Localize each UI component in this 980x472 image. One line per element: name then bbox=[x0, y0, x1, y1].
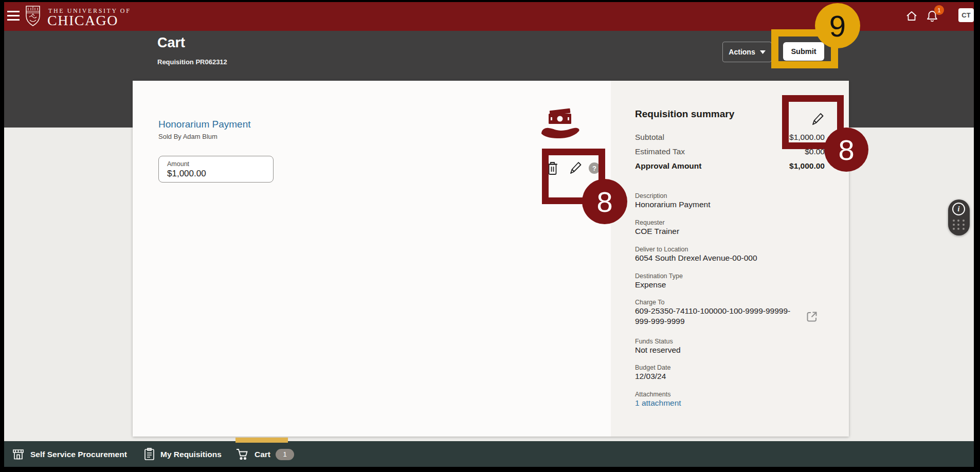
nav-self-service-procurement[interactable]: Self Service Procurement bbox=[11, 447, 127, 461]
item-title-link[interactable]: Honorarium Payment bbox=[158, 119, 251, 130]
logo-text-main[interactable]: CHICAGO bbox=[47, 12, 118, 29]
external-link-icon[interactable] bbox=[805, 310, 819, 323]
frame-top bbox=[0, 0, 980, 2]
walkthrough-widget[interactable]: i bbox=[948, 199, 970, 235]
summary-field-attachments: Attachments 1 attachment bbox=[635, 391, 681, 408]
item-sold-by: Sold By Adam Blum bbox=[158, 133, 217, 140]
summary-field-budget-date: Budget Date 12/03/24 bbox=[635, 364, 671, 382]
annotation-circle-step8-item: 8 bbox=[582, 179, 627, 224]
annotation-circle-step8-summary: 8 bbox=[824, 128, 868, 172]
subtotal-label: Subtotal bbox=[635, 133, 664, 142]
annotation-circle-step9: 9 bbox=[815, 3, 860, 48]
hamburger-menu-icon[interactable] bbox=[7, 11, 20, 22]
page-title: Cart bbox=[157, 35, 185, 51]
bottom-nav-bar: Self Service Procurement My Requisitions… bbox=[4, 441, 974, 467]
amount-field-value: $1,000.00 bbox=[167, 169, 206, 179]
home-icon[interactable] bbox=[905, 9, 918, 23]
frame-bottom bbox=[0, 467, 980, 472]
money-in-hand-icon bbox=[540, 108, 582, 142]
uchicago-crest-icon bbox=[23, 5, 43, 28]
chevron-down-icon bbox=[760, 50, 766, 54]
approval-amount-label: Approval Amount bbox=[635, 161, 701, 171]
storefront-icon bbox=[11, 447, 25, 461]
actions-button-label: Actions bbox=[729, 48, 755, 56]
summary-field-funds-status: Funds Status Not reserved bbox=[635, 338, 681, 355]
summary-field-requester: Requester COE Trainer bbox=[635, 219, 679, 237]
screen: THE UNIVERSITY OF CHICAGO 1 CT Cart Requ… bbox=[0, 0, 980, 472]
summary-field-destination-type: Destination Type Expense bbox=[635, 273, 683, 290]
summary-field-deliver-to: Deliver to Location 6054 South Drexel Av… bbox=[635, 246, 757, 263]
requisitions-icon bbox=[143, 447, 155, 461]
actions-button[interactable]: Actions bbox=[722, 42, 772, 62]
summary-field-description: Description Honorarium Payment bbox=[635, 192, 710, 210]
cart-count-badge: 1 bbox=[276, 449, 294, 460]
frame-left bbox=[0, 0, 4, 472]
attachment-link[interactable]: 1 attachment bbox=[635, 398, 681, 408]
submit-button[interactable]: Submit bbox=[783, 42, 824, 61]
summary-title: Requisition summary bbox=[635, 108, 734, 120]
avatar[interactable]: CT bbox=[958, 8, 974, 22]
amount-field-label: Amount bbox=[167, 160, 189, 168]
submit-button-label: Submit bbox=[791, 47, 816, 56]
nav-my-requisitions[interactable]: My Requisitions bbox=[143, 447, 222, 461]
active-tab-indicator bbox=[235, 438, 288, 443]
grid-dots-icon[interactable] bbox=[953, 220, 965, 230]
frame-right bbox=[974, 0, 980, 472]
nav-cart[interactable]: Cart 1 bbox=[235, 447, 294, 461]
estimated-tax-label: Estimated Tax bbox=[635, 147, 685, 156]
approval-amount-value: $1,000.00 bbox=[722, 161, 825, 171]
cart-card: Honorarium Payment Sold By Adam Blum Amo… bbox=[133, 81, 849, 437]
nav-label: My Requisitions bbox=[160, 450, 222, 459]
nav-label: Cart bbox=[255, 450, 270, 459]
cart-icon bbox=[235, 447, 249, 461]
info-icon[interactable]: i bbox=[952, 203, 965, 215]
page-subtitle: Requisition PR062312 bbox=[157, 58, 227, 66]
amount-field[interactable]: Amount $1,000.00 bbox=[158, 156, 274, 183]
notification-badge: 1 bbox=[934, 5, 944, 15]
nav-label: Self Service Procurement bbox=[30, 450, 127, 459]
summary-field-charge-to: Charge To 609-25350-74110-100000-100-999… bbox=[635, 299, 798, 326]
